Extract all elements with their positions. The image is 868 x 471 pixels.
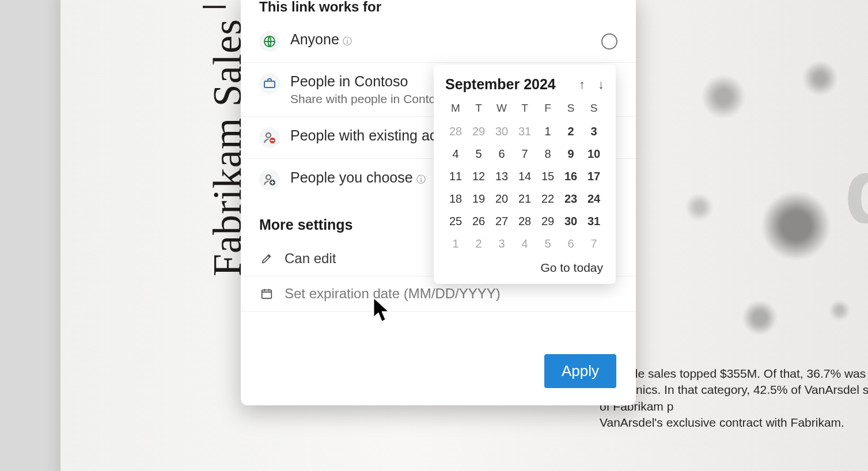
calendar-day[interactable]: 12 <box>467 165 490 188</box>
calendar-day[interactable]: 15 <box>536 165 559 188</box>
radio-unchecked[interactable] <box>601 33 617 50</box>
calendar-day-of-week: T <box>467 98 490 120</box>
prev-month-button[interactable]: ↑ <box>579 77 585 92</box>
calendar-day[interactable]: 2 <box>467 233 490 255</box>
calendar-day[interactable]: 6 <box>559 233 582 255</box>
person-blocked-icon <box>259 127 280 148</box>
body-line: electronics. In that category, 42.5% of … <box>600 382 868 415</box>
calendar-day[interactable]: 8 <box>536 143 559 165</box>
calendar-day[interactable]: 4 <box>513 233 536 255</box>
calendar-day[interactable]: 20 <box>490 188 513 210</box>
calendar-day[interactable]: 5 <box>467 143 490 165</box>
document-body-text: orldwide sales topped $355M. Of that, 36… <box>600 366 868 431</box>
calendar-day[interactable]: 9 <box>559 143 582 165</box>
svg-rect-1 <box>264 81 275 88</box>
calendar-day[interactable]: 7 <box>513 143 536 165</box>
calendar-day[interactable]: 11 <box>444 165 467 188</box>
calendar-day[interactable]: 18 <box>444 188 467 210</box>
calendar-day[interactable]: 30 <box>490 120 513 143</box>
permission-label: Can edit <box>285 250 336 267</box>
calendar-day[interactable]: 1 <box>536 120 559 143</box>
decorative-splatter <box>651 23 868 392</box>
option-anyone[interactable]: Anyoneⓘ <box>241 21 636 63</box>
calendar-day[interactable]: 6 <box>490 143 513 165</box>
calendar-day[interactable]: 7 <box>582 233 605 255</box>
info-icon: ⓘ <box>343 36 352 46</box>
body-line: VanArsdel's exclusive contract with Fabr… <box>600 415 868 431</box>
date-picker-popover: September 2024 ↑ ↓ MTWTFSS28293031123456… <box>434 64 616 284</box>
calendar-day-of-week: F <box>536 98 559 120</box>
calendar-day[interactable]: 31 <box>582 210 605 233</box>
calendar-day[interactable]: 2 <box>559 120 582 143</box>
calendar-day[interactable]: 28 <box>513 210 536 233</box>
calendar-day[interactable]: 3 <box>582 120 605 143</box>
calendar-day[interactable]: 13 <box>490 165 513 188</box>
svg-rect-6 <box>262 290 272 299</box>
calendar-day[interactable]: 30 <box>559 210 582 233</box>
calendar-icon <box>259 286 274 301</box>
calendar-day[interactable]: 19 <box>467 188 490 210</box>
pencil-icon <box>259 251 274 266</box>
calendar-day[interactable]: 28 <box>444 120 467 143</box>
calendar-day[interactable]: 3 <box>490 233 513 255</box>
calendar-day-of-week: T <box>513 98 536 120</box>
calendar-day[interactable]: 4 <box>444 143 467 165</box>
calendar-day[interactable]: 29 <box>467 120 490 143</box>
calendar-day[interactable]: 23 <box>559 188 582 210</box>
svg-point-4 <box>266 175 271 180</box>
calendar-month-label[interactable]: September 2024 <box>445 76 556 93</box>
calendar-day-of-week: S <box>559 98 582 120</box>
calendar-day[interactable]: 26 <box>467 210 490 233</box>
expiration-placeholder: Set expiration date (MM/DD/YYYY) <box>285 286 501 302</box>
option-label: People you chooseⓘ <box>290 169 426 186</box>
brand-watermark: del <box>844 138 868 244</box>
calendar-day[interactable]: 27 <box>490 210 513 233</box>
calendar-day[interactable]: 25 <box>444 210 467 233</box>
link-scope-title: This link works for <box>241 0 636 21</box>
calendar-day-of-week: S <box>582 98 605 120</box>
calendar-day[interactable]: 31 <box>513 120 536 143</box>
calendar-day[interactable]: 14 <box>513 165 536 188</box>
calendar-day[interactable]: 5 <box>536 233 559 255</box>
calendar-day[interactable]: 1 <box>444 233 467 255</box>
globe-icon <box>259 31 280 52</box>
calendar-day-of-week: W <box>490 98 513 120</box>
go-to-today-button[interactable]: Go to today <box>444 255 605 276</box>
calendar-day[interactable]: 10 <box>582 143 605 165</box>
calendar-day[interactable]: 24 <box>582 188 605 210</box>
calendar-grid: MTWTFSS282930311234567891011121314151617… <box>444 98 605 255</box>
person-add-icon <box>259 169 280 190</box>
apply-button[interactable]: Apply <box>544 354 616 388</box>
heading-rule <box>203 6 226 8</box>
next-month-button[interactable]: ↓ <box>598 77 604 92</box>
body-line: orldwide sales topped $355M. Of that, 36… <box>600 366 868 382</box>
briefcase-icon <box>259 73 280 94</box>
calendar-day[interactable]: 22 <box>536 188 559 210</box>
calendar-day[interactable]: 21 <box>513 188 536 210</box>
calendar-day[interactable]: 29 <box>536 210 559 233</box>
calendar-day-of-week: M <box>444 98 467 120</box>
calendar-day[interactable]: 17 <box>582 165 605 188</box>
option-label: Anyoneⓘ <box>290 31 352 48</box>
info-icon: ⓘ <box>416 174 426 184</box>
svg-point-2 <box>266 133 271 138</box>
calendar-day[interactable]: 16 <box>559 165 582 188</box>
